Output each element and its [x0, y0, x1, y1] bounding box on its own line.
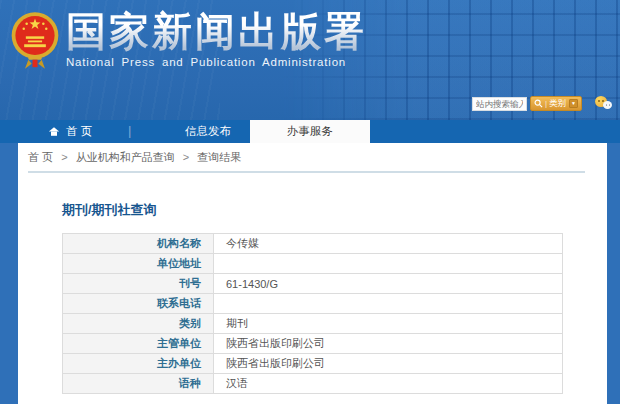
row-value: 61-1430/G	[214, 274, 563, 294]
breadcrumb-query[interactable]: 从业机构和产品查询	[76, 151, 175, 163]
row-value: 陕西省出版印刷公司	[214, 354, 563, 374]
breadcrumb-home[interactable]: 首 页	[28, 151, 53, 163]
row-label: 类别	[63, 314, 214, 334]
row-value: 今传媒	[214, 234, 563, 254]
chevron-down-icon[interactable]: ▼	[569, 99, 578, 108]
nav-item-info[interactable]: 信息发布	[162, 120, 254, 143]
row-label: 刊号	[63, 274, 214, 294]
search-input[interactable]	[472, 97, 527, 111]
site-search: | 类别 ▼	[472, 96, 615, 111]
button-divider: |	[545, 99, 547, 108]
row-value: 汉语	[214, 374, 563, 394]
nav-item-services[interactable]: 办事服务	[250, 120, 370, 143]
nav-home-label: 首 页	[66, 124, 92, 139]
category-label: 类别	[549, 98, 566, 110]
table-row: 刊号 61-1430/G	[63, 274, 563, 294]
table-row: 单位地址	[63, 254, 563, 274]
row-label: 语种	[63, 374, 214, 394]
row-label: 单位地址	[63, 254, 214, 274]
section-title: 期刊/期刊社查询	[62, 201, 157, 219]
magnifier-icon	[534, 99, 543, 108]
search-button[interactable]: | 类别 ▼	[530, 96, 582, 111]
breadcrumb-current: 查询结果	[197, 151, 241, 163]
site-title-block: 国家新闻出版署 National Press and Publication A…	[66, 10, 367, 68]
site-title: 国家新闻出版署	[66, 10, 367, 53]
table-row: 语种 汉语	[63, 374, 563, 394]
row-value	[214, 294, 563, 314]
row-value: 陕西省出版印刷公司	[214, 334, 563, 354]
site-subtitle: National Press and Publication Administr…	[66, 56, 367, 68]
page: 国家新闻出版署 National Press and Publication A…	[0, 0, 620, 404]
row-label: 主办单位	[63, 354, 214, 374]
home-icon	[48, 126, 60, 137]
table-row: 机构名称 今传媒	[63, 234, 563, 254]
row-label: 联系电话	[63, 294, 214, 314]
table-row: 主办单位 陕西省出版印刷公司	[63, 354, 563, 374]
row-value	[214, 254, 563, 274]
breadcrumb-separator: >	[61, 151, 67, 163]
result-table: 机构名称 今传媒 单位地址 刊号 61-1430/G 联系电话 类别 期	[62, 233, 563, 394]
row-value: 期刊	[214, 314, 563, 334]
wechat-icon[interactable]	[595, 96, 615, 111]
table-row: 主管单位 陕西省出版印刷公司	[63, 334, 563, 354]
content-panel: 首 页 > 从业机构和产品查询 > 查询结果 期刊/期刊社查询 机构名称 今传媒…	[18, 143, 607, 404]
site-header: 国家新闻出版署 National Press and Publication A…	[0, 0, 620, 120]
nav-item-home[interactable]: 首 页	[48, 120, 92, 143]
row-label: 主管单位	[63, 334, 214, 354]
breadcrumb: 首 页 > 从业机构和产品查询 > 查询结果	[28, 143, 585, 173]
nav-divider: |	[128, 123, 131, 138]
row-label: 机构名称	[63, 234, 214, 254]
national-emblem-icon	[10, 5, 60, 81]
table-row: 联系电话	[63, 294, 563, 314]
table-row: 类别 期刊	[63, 314, 563, 334]
main-nav: 首 页 | 信息发布 办事服务	[0, 120, 620, 143]
breadcrumb-separator: >	[183, 151, 189, 163]
